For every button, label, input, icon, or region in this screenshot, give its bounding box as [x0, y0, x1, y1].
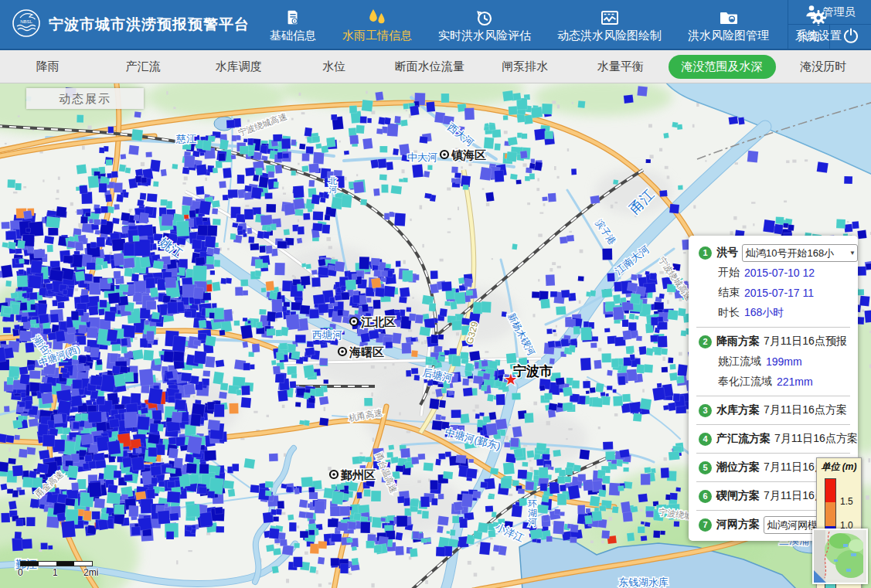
scalebar-label: 1: [53, 567, 58, 578]
scheme-sub-row: 奉化江流域221mm: [689, 372, 858, 392]
tab-6[interactable]: 闸泵排水: [478, 50, 573, 83]
scheme-sub-row: 姚江流域199mm: [689, 352, 858, 372]
app-title: 宁波市城市洪涝预报预警平台: [49, 15, 250, 35]
detail-label: 结束: [718, 286, 740, 300]
detail-value: 2015-07-10 12: [744, 267, 815, 279]
step-number-badge: 5: [699, 461, 712, 474]
user-label: 管理员: [823, 5, 856, 19]
tab-label: 断面水位流量: [395, 59, 464, 74]
map-container[interactable]: 中大河西大河慈江北河湖泊河姚江中塘河(西)西塘河后塘河新杨木碶河甬江滨子港江南大…: [0, 83, 871, 588]
user-block: 管理员 汛期: [788, 0, 871, 49]
minimap-expand-icon[interactable]: [814, 570, 826, 583]
chevron-down-icon: ▼: [849, 245, 856, 261]
scheme-value: 7月11日16点方案: [774, 432, 858, 446]
tab-label: 降雨: [36, 59, 60, 74]
panel-divider: [696, 327, 850, 328]
flood-number-label: 洪号: [716, 246, 738, 260]
season-toggle[interactable]: 汛期: [788, 25, 830, 49]
overview-minimap[interactable]: [812, 529, 868, 584]
step-number-badge: 6: [699, 490, 712, 503]
scheme-label: 潮位方案: [716, 461, 760, 474]
scalebar-bar: [20, 561, 93, 566]
scheme-row-2: 2降雨方案7月11日16点预报: [689, 331, 858, 352]
nav-item-3[interactable]: 实时洪水风险评估: [438, 8, 531, 41]
river-label: 东钱湖水库: [618, 576, 669, 588]
tab-3[interactable]: 水库调度: [191, 50, 287, 83]
clock-icon: [475, 8, 494, 27]
power-icon: [842, 27, 859, 47]
nav-item-label: 水雨工情信息: [342, 29, 412, 41]
legend-segment: [825, 479, 835, 502]
svg-text:江北区: 江北区: [360, 315, 396, 328]
scheme-value: 7月11日16点方案: [764, 403, 847, 417]
svg-text:NBSL: NBSL: [20, 19, 32, 23]
scheme-label: 产汇流方案: [716, 432, 771, 446]
scheme-label: 河网方案: [716, 518, 760, 532]
scalebar-label: 2mi: [83, 567, 98, 578]
tab-5[interactable]: 断面水位流量: [382, 50, 478, 83]
step-number-badge: 1: [699, 246, 712, 260]
logout-button[interactable]: [830, 25, 871, 49]
tab-7[interactable]: 水量平衡: [573, 50, 669, 83]
legend-segment: [825, 502, 835, 525]
tab-label: 闸泵排水: [502, 59, 548, 74]
tab-label: 淹没范围及水深: [669, 55, 776, 79]
step-number-badge: 7: [699, 518, 712, 532]
legend-tick: 1.5: [840, 496, 853, 507]
water-drops-icon: [367, 8, 387, 27]
river-label: 西塘河: [312, 329, 342, 341]
step-number-badge: 2: [699, 335, 712, 348]
user-menu[interactable]: 管理员: [788, 0, 871, 25]
nav-item-label: 基础信息: [270, 29, 316, 41]
scheme-value: 7月11日16点预报: [764, 335, 847, 348]
sub-nav: 降雨产汇流水库调度水位断面水位流量闸泵排水水量平衡淹没范围及水深淹没历时: [0, 50, 871, 83]
chart-window-icon: [600, 8, 620, 27]
folder-lock-icon: [719, 8, 739, 27]
tab-8[interactable]: 淹没范围及水深: [669, 50, 776, 83]
detail-label: 开始: [718, 266, 740, 280]
flood-number-row: 1洪号灿鸿10号开始168小▼: [689, 243, 858, 263]
nav-item-1[interactable]: 基础信息: [270, 8, 316, 41]
scheme-row-3: 3水库方案7月11日16点方案: [689, 400, 858, 420]
panel-divider: [696, 453, 850, 454]
scheme-label: 碶闸方案: [716, 489, 760, 503]
step-number-badge: 3: [699, 404, 712, 417]
flood-detail-row: 结束2015-07-17 11: [689, 283, 858, 303]
tab-label: 淹没历时: [800, 59, 846, 74]
detail-value: 199mm: [766, 355, 802, 368]
tab-label: 水库调度: [216, 59, 262, 74]
river-label: 中大河: [407, 151, 437, 163]
svg-text:海曙区: 海曙区: [349, 345, 384, 359]
brand: NBSL 宁波市城市洪涝预报预警平台: [0, 8, 250, 42]
tab-2[interactable]: 产汇流: [96, 50, 192, 83]
tab-1[interactable]: 降雨: [0, 50, 96, 83]
tab-4[interactable]: 水位: [287, 50, 383, 83]
tab-9[interactable]: 淹没历时: [776, 50, 871, 83]
detail-value: 2015-07-17 11: [744, 287, 814, 299]
nav-item-label: 实时洪水风险评估: [438, 29, 531, 41]
scalebar-label: 0: [18, 567, 23, 578]
step-number-badge: 4: [699, 433, 712, 446]
dynamic-display-button[interactable]: 动态展示: [26, 88, 144, 109]
detail-label: 姚江流域: [718, 355, 761, 369]
nav-item-4[interactable]: 动态洪水风险图绘制: [557, 8, 662, 41]
detail-label: 奉化江流域: [718, 375, 772, 389]
tab-label: 水量平衡: [597, 59, 644, 74]
user-icon: [805, 4, 818, 20]
tab-label: 产汇流: [126, 59, 161, 74]
svg-text:镇海区: 镇海区: [451, 148, 486, 161]
doc-info-icon: [284, 8, 301, 27]
legend-title: 单位 (m): [817, 461, 861, 474]
nav-item-label: 动态洪水风险图绘制: [557, 29, 662, 41]
panel-divider: [696, 396, 850, 396]
app-header: NBSL 宁波市城市洪涝预报预警平台 基础信息水雨工情信息实时洪水风险评估动态洪…: [0, 0, 871, 50]
detail-value: 168小时: [744, 306, 784, 320]
river-label: 慈江: [175, 133, 196, 144]
scheme-dropdown[interactable]: 灿鸿10号开始168小▼: [742, 244, 858, 262]
svg-text:鄞州区: 鄞州区: [340, 468, 376, 481]
main-nav: 基础信息水雨工情信息实时洪水风险评估动态洪水风险图绘制洪水风险图管理系统设置: [270, 8, 842, 41]
detail-label: 时长: [718, 306, 740, 320]
nav-item-2[interactable]: 水雨工情信息: [342, 8, 412, 41]
nav-item-5[interactable]: 洪水风险图管理: [688, 8, 769, 41]
detail-value: 221mm: [777, 376, 813, 388]
